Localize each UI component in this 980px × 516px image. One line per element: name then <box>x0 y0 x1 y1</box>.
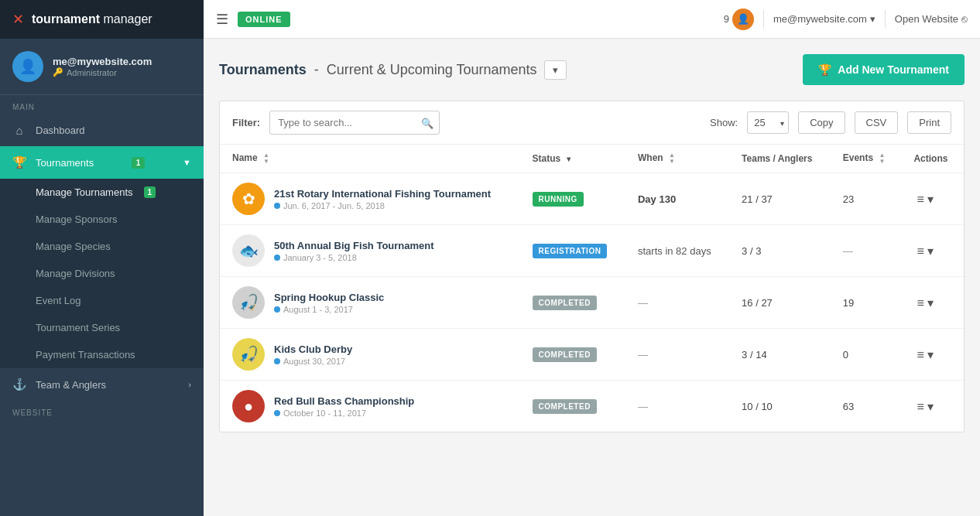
dashboard-label: Dashboard <box>36 125 85 136</box>
show-select[interactable]: 25 50 100 <box>747 111 789 134</box>
tournament-teams-cell: 10 / 10 <box>729 381 831 432</box>
tournament-actions-cell: ≡ ▾ <box>901 381 964 432</box>
tournament-status-cell: COMPLETED <box>520 329 625 381</box>
date-dot-icon <box>274 410 280 416</box>
tournament-name-cell: 🎣 Kids Club Derby August 30, 2017 <box>220 329 520 381</box>
tournament-when-cell: — <box>625 277 729 329</box>
page-title: Tournaments <box>219 62 307 78</box>
actions-menu-button[interactable]: ≡ ▾ <box>913 189 937 210</box>
sidebar-user: 👤 me@mywebsite.com 🔑 Administrator <box>0 39 204 95</box>
manage-species-label: Manage Species <box>36 241 111 252</box>
tournament-name-cell: 🎣 Spring Hookup Classic August 1 - 3, 20… <box>220 277 520 329</box>
search-input[interactable] <box>269 111 440 135</box>
copy-button[interactable]: Copy <box>798 111 845 134</box>
logo-icon: ✕ <box>12 11 24 28</box>
date-dot-icon <box>274 358 280 364</box>
manage-tournaments-badge: 1 <box>144 186 156 198</box>
tournament-when-cell: starts in 82 days <box>625 225 729 277</box>
sidebar-item-manage-species[interactable]: Manage Species <box>0 233 204 260</box>
col-events[interactable]: Events ▲▼ <box>831 145 902 173</box>
tournament-date: August 30, 2017 <box>274 357 352 366</box>
manage-divisions-label: Manage Divisions <box>36 268 115 279</box>
tournament-events-cell: — <box>831 225 902 277</box>
add-tournament-button[interactable]: 🏆 Add New Tournament <box>803 54 965 85</box>
main-content: Tournaments - Current & Upcoming Tournam… <box>204 39 980 516</box>
sidebar-item-tournaments[interactable]: 🏆 Tournaments 1 ▼ <box>0 146 204 179</box>
table-row: ● Red Bull Bass Championship October 10 … <box>220 381 964 432</box>
actions-menu-button[interactable]: ≡ ▾ <box>913 292 937 313</box>
tournament-name: Spring Hookup Classic <box>274 292 384 303</box>
tournament-name: 21st Rotary International Fishing Tourna… <box>274 188 491 200</box>
actions-menu-button[interactable]: ≡ ▾ <box>913 241 937 261</box>
print-button[interactable]: Print <box>907 111 951 134</box>
show-label: Show: <box>710 117 738 128</box>
home-icon: ⌂ <box>12 124 26 137</box>
col-when[interactable]: When ▲▼ <box>625 145 729 173</box>
tournament-events-cell: 23 <box>831 173 902 225</box>
external-link-icon: ⎋ <box>961 13 968 25</box>
tournament-name: 50th Annual Big Fish Tournament <box>274 240 434 251</box>
tournament-teams-cell: 3 / 3 <box>729 225 831 277</box>
tournament-status-cell: COMPLETED <box>520 277 625 329</box>
col-name[interactable]: Name ▲▼ <box>220 145 520 173</box>
status-badge: REGISTRATION <box>533 244 608 258</box>
chevron-down-icon-page: ▾ <box>553 64 558 76</box>
csv-button[interactable]: CSV <box>855 111 899 134</box>
team-anglers-label: Team & Anglers <box>36 379 106 391</box>
sidebar-item-event-log[interactable]: Event Log <box>0 287 204 314</box>
trophy-icon-btn: 🏆 <box>818 63 831 76</box>
sidebar-item-manage-sponsors[interactable]: Manage Sponsors <box>0 206 204 233</box>
sort-arrows-name: ▲▼ <box>263 152 269 165</box>
tournament-name: Kids Club Derby <box>274 343 352 355</box>
sort-arrows-when: ▲▼ <box>669 152 675 165</box>
tournament-date: October 10 - 11, 2017 <box>274 408 414 418</box>
tournament-submenu: Manage Tournaments 1 Manage Sponsors Man… <box>0 179 204 368</box>
sidebar: ✕ tournament manager 👤 me@mywebsite.com … <box>0 0 204 516</box>
sidebar-item-dashboard[interactable]: ⌂ Dashboard <box>0 114 204 146</box>
sidebar-item-payment-transactions[interactable]: Payment Transactions <box>0 341 204 368</box>
open-website-link[interactable]: Open Website ⎋ <box>895 13 968 25</box>
col-teams: Teams / Anglers <box>729 145 831 173</box>
user-avatar-topbar: 👤 <box>732 9 754 30</box>
tournament-date: August 1 - 3, 2017 <box>274 305 384 314</box>
chevron-right-icon: › <box>188 380 191 389</box>
manage-tournaments-label: Manage Tournaments <box>36 186 133 198</box>
manage-sponsors-label: Manage Sponsors <box>36 214 118 225</box>
status-badge: COMPLETED <box>533 296 597 310</box>
search-icon[interactable]: 🔍 <box>421 117 433 128</box>
app-logo: ✕ tournament manager <box>0 0 204 39</box>
sidebar-item-manage-divisions[interactable]: Manage Divisions <box>0 260 204 287</box>
online-status: ONLINE <box>238 12 290 27</box>
actions-menu-button[interactable]: ≡ ▾ <box>913 344 937 365</box>
filter-input-wrap: 🔍 <box>269 111 440 135</box>
topbar-email[interactable]: me@mywebsite.com ▾ <box>773 13 875 25</box>
date-dot-icon <box>274 255 280 261</box>
sidebar-item-team-anglers[interactable]: ⚓ Team & Anglers › <box>0 368 204 401</box>
table-row: ✿ 21st Rotary International Fishing Tour… <box>220 173 964 225</box>
anchor-icon: ⚓ <box>12 378 26 391</box>
filter-label: Filter: <box>232 117 260 128</box>
table-row: 🎣 Kids Club Derby August 30, 2017 COMPLE… <box>220 329 964 381</box>
tournament-name-cell: 🐟 50th Annual Big Fish Tournament Januar… <box>220 225 520 277</box>
page-subtitle-dropdown[interactable]: ▾ <box>544 60 567 80</box>
event-log-label: Event Log <box>36 295 81 306</box>
col-status[interactable]: Status ▾ <box>520 145 625 173</box>
tournament-events-cell: 0 <box>831 329 902 381</box>
tournament-events-cell: 19 <box>831 277 902 329</box>
col-actions: Actions <box>901 145 964 173</box>
menu-icon[interactable]: ☰ <box>216 11 228 28</box>
date-dot-icon <box>274 306 280 313</box>
status-badge: COMPLETED <box>533 399 597 414</box>
trophy-icon: 🏆 <box>12 155 26 169</box>
tournament-teams-cell: 16 / 27 <box>729 277 831 329</box>
user-email: me@mywebsite.com <box>53 56 152 67</box>
notification-area[interactable]: 9 👤 <box>724 9 754 30</box>
table-row: 🐟 50th Annual Big Fish Tournament Januar… <box>220 225 964 277</box>
actions-menu-button[interactable]: ≡ ▾ <box>913 396 937 417</box>
status-badge: RUNNING <box>533 192 584 207</box>
sidebar-item-tournament-series[interactable]: Tournament Series <box>0 314 204 341</box>
sidebar-item-manage-tournaments[interactable]: Manage Tournaments 1 <box>0 179 204 206</box>
notification-count: 9 <box>724 13 729 25</box>
tournament-when-cell: Day 130 <box>625 173 729 225</box>
tournament-date: January 3 - 5, 2018 <box>274 253 434 262</box>
